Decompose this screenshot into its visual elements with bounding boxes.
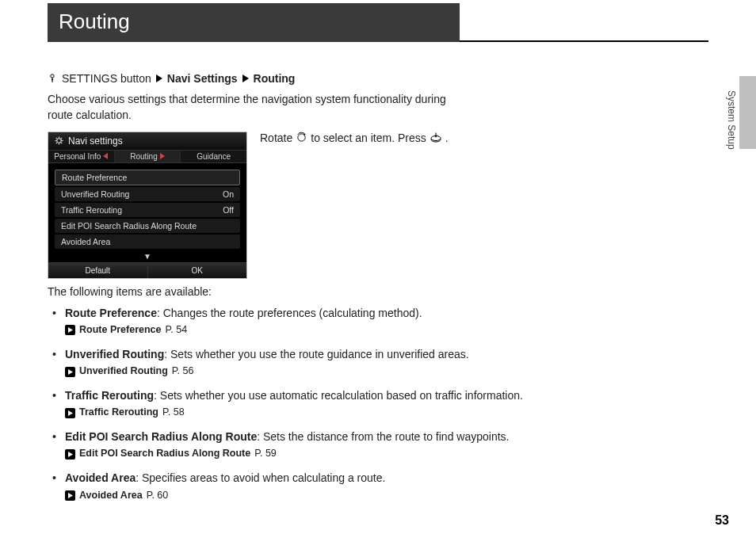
cross-reference: Edit POI Search Radius Along Route P. 59 <box>65 447 621 461</box>
svg-line-8 <box>61 143 62 143</box>
section-tab <box>739 76 756 149</box>
press-select-icon <box>430 132 442 143</box>
content: SETTINGS button Navi Settings Routing Ch… <box>48 72 708 502</box>
device-scroll-down-icon: ▼ <box>48 250 246 261</box>
device-tab-routing: Routing <box>115 151 181 162</box>
link-arrow-icon <box>65 325 75 335</box>
svg-point-0 <box>51 74 54 78</box>
page-number: 53 <box>715 513 729 528</box>
breadcrumb-step-2: Routing <box>254 72 296 85</box>
item-title: Traffic Rerouting <box>65 389 154 402</box>
breadcrumb-step-1: Navi Settings <box>167 72 238 85</box>
cross-reference: Avoided Area P. 60 <box>65 489 621 503</box>
link-arrow-icon <box>65 367 75 377</box>
link-arrow-icon <box>65 449 75 460</box>
gear-icon <box>55 136 63 145</box>
xref-page: P. 59 <box>254 447 277 461</box>
xref-label: Avoided Area <box>79 489 143 503</box>
device-tab-guidance: Guidance <box>181 151 246 162</box>
list-item: Traffic Rerouting: Sets whether you use … <box>51 388 621 420</box>
triangle-right-icon <box>160 153 165 159</box>
settings-glyph-icon <box>48 74 57 83</box>
link-arrow-icon <box>65 408 75 418</box>
device-item-traffic-rerouting: Traffic ReroutingOff <box>55 203 240 217</box>
device-menu-list: Route Preference Unverified RoutingOn Tr… <box>48 163 246 249</box>
device-button-row: Default OK <box>48 262 246 278</box>
xref-page: P. 60 <box>147 489 169 503</box>
svg-point-1 <box>52 79 53 81</box>
svg-line-9 <box>56 143 57 143</box>
page-title: Routing <box>48 3 460 42</box>
link-arrow-icon <box>65 490 75 501</box>
title-rule <box>460 3 708 42</box>
xref-page: P. 58 <box>162 406 185 420</box>
list-item: Route Preference: Changes the route pref… <box>51 306 621 338</box>
cross-reference: Route Preference P. 54 <box>65 323 621 338</box>
item-title: Route Preference <box>65 307 157 319</box>
device-tab-personal-info: Personal Info <box>48 151 115 162</box>
item-desc: : Sets the distance from the route to fi… <box>257 430 509 443</box>
device-item-route-preference: Route Preference <box>55 170 240 185</box>
cross-reference: Traffic Rerouting P. 58 <box>65 406 621 420</box>
xref-label: Edit POI Search Radius Along Route <box>79 447 250 461</box>
device-screenshot: Navi settings Personal Info Routing Guid… <box>48 132 247 279</box>
svg-line-10 <box>61 138 62 139</box>
section-label: System Setup <box>726 90 737 150</box>
following-label: The following items are available: <box>48 285 708 298</box>
item-title: Avoided Area <box>65 471 136 484</box>
rotate-dial-icon <box>296 132 307 143</box>
xref-label: Unverified Routing <box>79 364 168 379</box>
device-item-edit-poi: Edit POI Search Radius Along Route <box>55 219 240 233</box>
xref-label: Traffic Rerouting <box>79 406 158 420</box>
cross-reference: Unverified Routing P. 56 <box>65 364 621 379</box>
device-item-unverified-routing: Unverified RoutingOn <box>55 187 240 201</box>
breadcrumb: SETTINGS button Navi Settings Routing <box>48 72 708 85</box>
device-tabs: Personal Info Routing Guidance <box>48 150 246 163</box>
device-title-bar: Navi settings <box>48 132 246 150</box>
breadcrumb-prefix: SETTINGS button <box>62 72 151 85</box>
xref-page: P. 56 <box>172 364 194 379</box>
item-list: Route Preference: Changes the route pref… <box>48 306 708 502</box>
list-item: Unverified Routing: Sets whether you use… <box>51 347 621 379</box>
device-ok-button: OK <box>148 263 247 278</box>
xref-label: Route Preference <box>79 323 162 338</box>
item-desc: : Sets whether you use automatic recalcu… <box>154 389 523 402</box>
device-item-avoided-area: Avoided Area <box>55 235 240 249</box>
page: Routing SETTINGS button Navi Settings Ro… <box>0 3 756 534</box>
triangle-left-icon <box>103 153 108 159</box>
xref-page: P. 54 <box>166 323 188 338</box>
item-desc: : Sets whether you use the route guidanc… <box>164 348 468 360</box>
title-bar: Routing <box>48 3 708 42</box>
item-desc: : Specifies areas to avoid when calculat… <box>136 471 385 484</box>
device-title-text: Navi settings <box>68 135 123 147</box>
list-item: Avoided Area: Specifies areas to avoid w… <box>51 471 621 502</box>
chevron-right-icon <box>242 74 249 82</box>
item-title: Unverified Routing <box>65 348 164 360</box>
instruction-text: Rotate to select an item. Press . <box>260 132 449 144</box>
device-default-button: Default <box>48 263 148 278</box>
chevron-right-icon <box>156 74 162 82</box>
description-text: Choose various settings that determine t… <box>48 91 460 124</box>
list-item: Edit POI Search Radius Along Route: Sets… <box>51 429 621 461</box>
svg-line-7 <box>56 138 57 139</box>
screenshot-row: Navi settings Personal Info Routing Guid… <box>48 132 708 279</box>
item-desc: : Changes the route preferences (calcula… <box>157 307 422 319</box>
svg-point-2 <box>57 139 62 143</box>
item-title: Edit POI Search Radius Along Route <box>65 430 257 443</box>
